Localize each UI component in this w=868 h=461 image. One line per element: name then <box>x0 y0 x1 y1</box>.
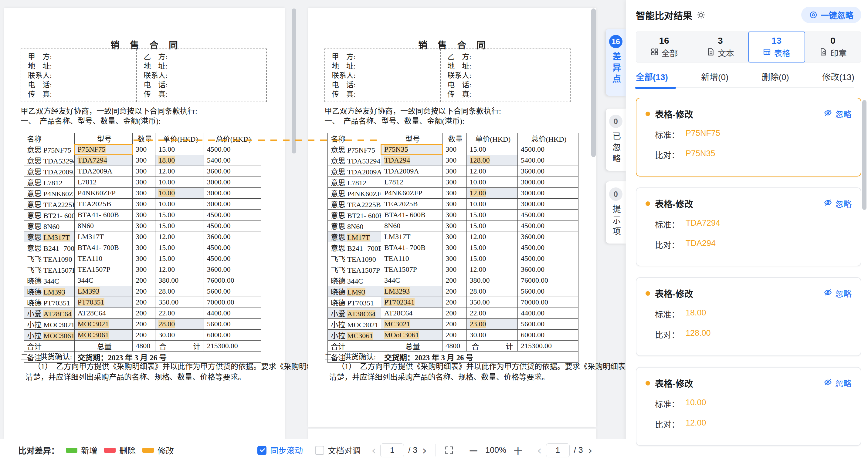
prev-page-right-button[interactable]: ‹ <box>537 446 542 455</box>
cell-price: 22.00 <box>466 308 518 319</box>
cell-qty: 300 <box>442 264 466 275</box>
right-pane-scrollbar[interactable] <box>591 8 596 157</box>
cell-name: 飞飞 TEA1507P <box>24 264 75 275</box>
cell-name: 意思 P75NF75 <box>24 144 75 155</box>
filter-tab-全部[interactable]: 16全部 <box>636 32 692 62</box>
next-page-right-button[interactable]: › <box>588 446 592 455</box>
diff-card[interactable]: 表格-修改忽略标准：18.00比对：128.00 <box>636 277 861 356</box>
model-token: TEA110 <box>78 255 102 262</box>
cell-price[interactable]: 10.00 <box>155 188 204 199</box>
legend-新增: 新增 <box>66 444 97 456</box>
cell-price[interactable]: 28.00 <box>155 319 204 330</box>
model-token: BTA41- 600B <box>78 211 119 219</box>
name-token: TEA2225B <box>43 201 74 209</box>
cell-model[interactable]: P75NF75 <box>74 144 133 155</box>
cell-model[interactable]: PT70351 <box>74 297 133 308</box>
name-prefix: 意思 <box>27 201 43 209</box>
cell-model[interactable]: MOoC3061 <box>381 330 442 340</box>
card-ignore-button[interactable]: 忽略 <box>824 198 851 209</box>
cell-name[interactable]: 小爱 AT28C64 <box>24 308 75 319</box>
diff-card[interactable]: 表格-修改忽略标准：10.00比对：12.00 <box>636 367 861 446</box>
table-header-cell: 数量 <box>442 133 466 144</box>
name-token: TEA1090 <box>43 255 72 263</box>
card-ignore-label: 忽略 <box>835 198 851 209</box>
sync-scroll-label[interactable]: 同步滚动 <box>270 444 303 456</box>
cell-qty: 300 <box>442 155 466 166</box>
cell-model[interactable]: MOC3021 <box>74 319 133 330</box>
card-ignore-button[interactable]: 忽略 <box>824 288 851 299</box>
side-tab-differences[interactable]: 16差异点 <box>606 29 626 96</box>
diff-card-row: 比对：128.00 <box>655 328 851 340</box>
compared-value: P75N35 <box>686 149 715 161</box>
cell-name[interactable]: 小拉 MOC3061 <box>24 330 75 340</box>
cell-name[interactable]: 小拉 MC3061 <box>328 330 381 340</box>
cell-model[interactable]: PT702341 <box>381 297 442 308</box>
card-ignore-button[interactable]: 忽略 <box>824 377 851 389</box>
zoom-out-button[interactable]: − <box>468 446 478 455</box>
cell-model[interactable]: TDA294 <box>381 155 442 166</box>
fullscreen-icon[interactable] <box>444 445 454 456</box>
filter-tab-印章[interactable]: 0印章 <box>805 32 861 62</box>
cell-model[interactable]: MC3021 <box>381 319 442 330</box>
cell-price[interactable]: 12.00 <box>466 188 518 199</box>
diff-card[interactable]: 表格-修改忽略标准：TDA7294比对：TDA294 <box>636 188 861 266</box>
cell-model[interactable]: MOC3061 <box>74 330 133 340</box>
subtab-修改(13)[interactable]: 修改(13) <box>822 70 854 83</box>
model-token: AT28C64 <box>384 309 412 317</box>
cell-name: 意思 B241- 700B <box>328 242 381 253</box>
cell-model[interactable]: LM3293 <box>381 286 442 297</box>
zoom-in-button[interactable]: + <box>513 446 523 455</box>
settings-gear-icon[interactable] <box>696 10 706 20</box>
side-tab-label: 已忽略 <box>610 132 622 165</box>
table-row: 晓德 PT70351PT702341200350.0070000.00 <box>328 297 579 308</box>
panel-scrollbar[interactable] <box>862 100 866 210</box>
card-ignore-button[interactable]: 忽略 <box>824 108 851 120</box>
diff-card-type: 表格-修改 <box>655 107 693 120</box>
cell-price[interactable]: 18.00 <box>155 155 204 166</box>
cell-model[interactable]: LM393 <box>74 286 133 297</box>
compare-app: 销 售 合 同 甲 方:地 址:联系人:电 话:传 真: 乙 方:地 址:联系人… <box>0 0 868 461</box>
cell-name[interactable]: 小爱 AT38C64 <box>328 308 381 319</box>
cell-qty: 300 <box>133 221 155 231</box>
cell-model[interactable]: TDA7294 <box>74 155 133 166</box>
swap-docs-label[interactable]: 文档对调 <box>328 444 361 456</box>
subtab-新增(0)[interactable]: 新增(0) <box>701 70 728 83</box>
next-page-left-button[interactable]: › <box>422 446 427 455</box>
cell-name[interactable]: 意思 LM317T <box>24 231 75 242</box>
name-token: L7812 <box>347 179 366 187</box>
cell-model: 344C <box>381 275 442 286</box>
ignore-all-button[interactable]: 一键忽略 <box>801 7 861 23</box>
cell-model[interactable]: P75N35 <box>381 144 442 155</box>
price-token: 22.00 <box>470 309 486 317</box>
side-tab-hints[interactable]: 0提示项 <box>606 182 626 243</box>
cell-price[interactable]: 23.00 <box>466 319 518 330</box>
left-pane-scrollbar[interactable] <box>292 8 296 154</box>
table-row: 晓德 LM93LM329320028.005600.00 <box>328 286 579 297</box>
sync-scroll-checkbox[interactable] <box>257 446 267 455</box>
table-row: 小爱 AT28C64AT28C6420022.004400.00 <box>24 308 261 319</box>
filter-tab-文本[interactable]: 3文本 <box>692 32 748 62</box>
cell-qty: 200 <box>133 308 155 319</box>
cell-name[interactable]: 意思 LM17T <box>328 231 381 242</box>
eye-off-icon <box>824 377 833 389</box>
cell-name[interactable]: 晓德 LM93 <box>328 286 381 297</box>
cell-price[interactable]: 128.00 <box>466 155 518 166</box>
swap-docs-checkbox[interactable] <box>315 446 324 455</box>
cell-qty: 300 <box>133 199 155 209</box>
table-row: 意思 LM17TLM317T30012.003600.00 <box>328 231 579 242</box>
cell-model: LM317T <box>381 231 442 242</box>
model-token: TDA2009A <box>384 167 419 175</box>
filter-tab-表格[interactable]: 13表格 <box>749 32 805 62</box>
next-page-edge <box>308 429 596 439</box>
subtab-全部(13)[interactable]: 全部(13) <box>636 70 668 83</box>
name-prefix: 晓德 <box>27 288 43 296</box>
subtab-删除(0)[interactable]: 删除(0) <box>762 70 789 83</box>
side-tab-ignored[interactable]: 0已忽略 <box>606 108 626 171</box>
prev-page-left-button[interactable]: ‹ <box>371 446 376 455</box>
cell-name[interactable]: 晓德 LM393 <box>24 286 75 297</box>
table-row: 晓德 PT70351PT70351200350.0070000.00 <box>24 297 261 308</box>
page-number-right-input[interactable] <box>546 443 570 457</box>
diff-card[interactable]: 表格-修改忽略标准：P75NF75比对：P75N35 <box>636 98 861 176</box>
panel-header: 智能比对结果 一键忽略 <box>636 7 861 23</box>
page-number-left-input[interactable] <box>380 443 404 457</box>
